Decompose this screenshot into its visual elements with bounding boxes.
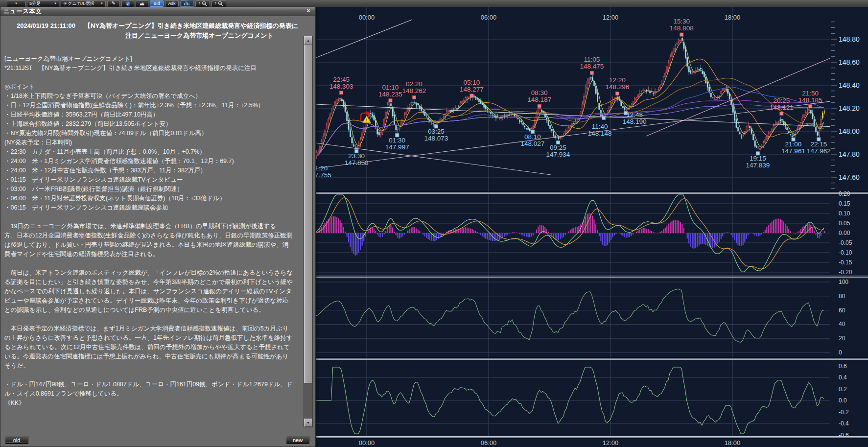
ask-button[interactable]: Ask — [165, 0, 179, 7]
svg-text:18:00: 18:00 — [725, 439, 741, 447]
svg-text:148.185: 148.185 — [798, 96, 822, 104]
draw-pencil-button[interactable]: ✎ — [107, 0, 120, 7]
svg-text:148.190: 148.190 — [623, 118, 647, 125]
technical-label: テクニカル選択 — [63, 1, 94, 6]
info-icon: i — [126, 1, 130, 6]
news-headline-title2: 注目／ニューヨーク為替市場オープニングコメント — [0, 31, 315, 41]
svg-text:80: 80 — [839, 293, 845, 300]
old-button[interactable]: old — [5, 436, 28, 444]
news-paragraph — [4, 212, 294, 222]
info-button[interactable]: i — [121, 0, 134, 7]
svg-text:09:25: 09:25 — [550, 144, 566, 151]
svg-text:00:00: 00:00 — [359, 439, 375, 447]
scrollbar-thumb[interactable] — [304, 45, 312, 383]
news-paragraph: ・24:00 米・12月中古住宅販売件数（予想：383万戸、11月：382万戸） — [4, 166, 294, 175]
svg-text:147.755: 147.755 — [316, 171, 331, 179]
svg-text:0.00: 0.00 — [839, 230, 850, 236]
svg-text:40: 40 — [839, 321, 845, 328]
svg-text:21:20: 21:20 — [316, 165, 328, 172]
zoom-out-button[interactable]: ↕ — [195, 0, 210, 7]
chevron-down-icon: ▼ — [15, 2, 18, 5]
svg-text:12:00: 12:00 — [603, 439, 619, 447]
scrollbar-down-button[interactable]: ▼ — [304, 419, 312, 427]
svg-text:-0.4: -0.4 — [839, 420, 849, 427]
svg-text:11:05: 11:05 — [584, 56, 600, 63]
svg-text:0.20: 0.20 — [839, 190, 850, 197]
svg-text:148.80: 148.80 — [839, 35, 860, 43]
svg-text:21:50: 21:50 — [802, 90, 819, 97]
svg-text:-0.20: -0.20 — [839, 269, 852, 276]
svg-text:22:15: 22:15 — [810, 141, 827, 148]
svg-text:60: 60 — [839, 307, 845, 314]
news-paragraph: ・01:15 デイリー米サンフランシスコ連銀総裁TVインタビュー — [4, 175, 294, 185]
news-paragraph: 本日発表予定の米経済指標では、まず1月ミシガン大学消費者信頼感指数速報値は、前回… — [4, 324, 294, 371]
news-paragraph: ・03:00 バー米FRB副議長(銀行監督担当)講演（銀行規制関連） — [4, 185, 294, 194]
svg-text:148.027: 148.027 — [521, 140, 545, 147]
news-paragraph: *21:11JST 【NY為替オープニング】引き続き米地区連銀総裁発言や経済指標… — [4, 64, 294, 73]
svg-text:0.05: 0.05 — [839, 220, 850, 227]
svg-text:00:00: 00:00 — [359, 14, 375, 21]
timeframe-dropdown[interactable]: 5分足▼ — [27, 0, 59, 7]
zoom-out-icon — [202, 1, 207, 6]
news-headline-title: 【NY為替オープニング】引き続き米地区連銀総裁発言や経済指標の発表に — [84, 21, 298, 31]
svg-text:21:00: 21:00 — [785, 141, 802, 148]
news-window-title: ニュース本文 — [0, 7, 42, 16]
news-paragraph — [4, 371, 294, 380]
news-paragraph: ・1/18米上下両院つなぎ予算案可決（バイデン大統領の署名で成立へ） — [4, 92, 294, 101]
scrollbar-track[interactable]: ▲ ▼ — [304, 36, 313, 427]
svg-text:148.296: 148.296 — [605, 83, 629, 91]
svg-text:148.00: 148.00 — [839, 127, 860, 135]
news-paragraph: ・日・12月全国消費者物価指数(生鮮食品除く)：前年比+2.3%（予想：+2.3… — [4, 101, 294, 110]
scrollbar-up-button[interactable]: ▲ — [304, 36, 312, 45]
close-icon[interactable]: × — [304, 8, 313, 15]
svg-text:0.2: 0.2 — [839, 386, 847, 393]
volume-chart-button[interactable] — [180, 0, 194, 7]
price-chart[interactable]: 00:0000:0006:0006:0012:0012:0018:0018:00… — [316, 7, 868, 447]
chevron-down-icon: ▼ — [100, 2, 103, 5]
svg-text:147.934: 147.934 — [546, 151, 570, 158]
svg-text:02:20: 02:20 — [406, 80, 422, 88]
svg-text:148.277: 148.277 — [460, 86, 484, 93]
bid-button[interactable]: Bid — [150, 0, 164, 7]
svg-text:22:45: 22:45 — [333, 76, 350, 83]
svg-text:148.262: 148.262 — [402, 87, 426, 94]
news-bottom-bar: old new — [0, 430, 315, 447]
technical-select-dropdown[interactable]: テクニカル選択▼ — [61, 0, 106, 7]
svg-text:0.6: 0.6 — [839, 363, 847, 370]
svg-text:20:25: 20:25 — [773, 97, 790, 104]
svg-text:11:40: 11:40 — [592, 123, 608, 130]
news-paragraph: ◎ポイント — [4, 82, 294, 92]
svg-text:147.961: 147.961 — [781, 147, 805, 155]
mountain-chart-button[interactable] — [136, 0, 148, 7]
svg-text:148.187: 148.187 — [527, 96, 551, 103]
pencil-icon: ✎ — [112, 1, 116, 6]
news-paragraph: ・日経平均株価終値：35963.27円（前日比497.10円高） — [4, 110, 294, 119]
svg-text:-0.15: -0.15 — [839, 259, 852, 266]
svg-text:05:10: 05:10 — [464, 79, 480, 86]
symbol-dropdown[interactable]: ▼ — [7, 0, 25, 7]
svg-text:19:15: 19:15 — [750, 155, 766, 162]
svg-text:100: 100 — [839, 279, 848, 285]
svg-text:148.235: 148.235 — [378, 91, 402, 98]
news-titlebar[interactable]: ニュース本文 × — [0, 7, 315, 16]
news-paragraph: ・06:15 デイリー米サンフランシスコ連銀総裁座談会参加 — [4, 203, 294, 212]
svg-text:148.475: 148.475 — [580, 63, 604, 70]
svg-text:0.4: 0.4 — [839, 374, 847, 381]
svg-text:-0.2: -0.2 — [839, 409, 849, 416]
timeframe-label: 5分足 — [29, 1, 41, 6]
volume-bars-icon — [184, 1, 190, 6]
svg-text:12:45: 12:45 — [626, 111, 643, 118]
svg-text:06:00: 06:00 — [481, 14, 497, 21]
vertical-arrows-icon: ↕ — [198, 1, 200, 5]
svg-text:147.858: 147.858 — [345, 159, 369, 166]
news-paragraph: (NY発表予定：日本時間) — [4, 138, 294, 147]
vertical-arrows-icon: ↕ — [214, 1, 216, 5]
new-button[interactable]: new — [286, 436, 309, 444]
svg-text:0.0: 0.0 — [839, 397, 847, 404]
zoom-in-button[interactable]: ↕ — [211, 0, 226, 7]
news-paragraph: 19日のニューヨーク外為市場では、米連邦準備制度理事会（FRB）の早期利下げ観測… — [4, 222, 294, 259]
svg-text:20: 20 — [839, 335, 845, 342]
svg-text:-0.10: -0.10 — [839, 249, 852, 256]
news-paragraph: 前日は、米アトランタ連銀のボスティック総裁が、「インフレが目標の2%の軌道にある… — [4, 268, 294, 315]
chevron-down-icon: ▼ — [54, 2, 57, 5]
